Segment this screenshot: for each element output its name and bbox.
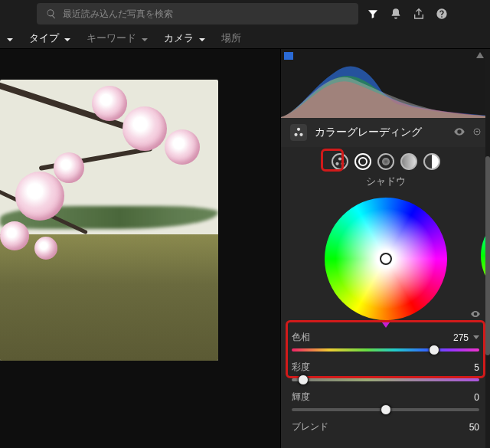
slider-lum-value[interactable]: 0 <box>474 392 479 403</box>
sliders-group: 色相 275 彩度 5 輝度 0 <box>281 322 490 443</box>
visibility-eye-icon[interactable] <box>453 126 466 140</box>
slider-hue-track[interactable] <box>292 348 479 352</box>
chevron-down-icon <box>64 34 71 42</box>
tab-camera-label: カメラ <box>164 31 194 45</box>
slider-blend-label: ブレンド <box>292 420 328 433</box>
svg-point-0 <box>297 128 300 131</box>
main-split: カラーグレーディング シャドウ 色相 <box>0 49 490 448</box>
histogram[interactable] <box>281 49 490 118</box>
slider-sat-label: 彩度 <box>292 361 310 374</box>
search-input[interactable]: 最近読み込んだ写真を検索 <box>37 3 358 25</box>
slider-saturation: 彩度 5 <box>292 356 479 386</box>
svg-point-2 <box>299 133 302 136</box>
mode-shadows[interactable] <box>354 153 371 170</box>
chevron-down-icon <box>6 34 14 42</box>
svg-point-1 <box>294 133 297 136</box>
tab-place-label: 場所 <box>221 31 241 45</box>
slider-sat-track[interactable] <box>292 378 479 381</box>
tab-place[interactable]: 場所 <box>221 31 241 45</box>
slider-blend: ブレンド 50 <box>292 416 479 443</box>
right-panel: カラーグレーディング シャドウ 色相 <box>280 49 490 448</box>
color-wheel-row <box>281 195 490 322</box>
filter-tabs: タイプ キーワード カメラ 場所 <box>0 28 490 49</box>
mode-global[interactable] <box>423 153 440 170</box>
slider-luminance: 輝度 0 <box>292 386 479 416</box>
slider-hue-label: 色相 <box>292 331 310 344</box>
slider-blend-value[interactable]: 50 <box>469 422 479 433</box>
chevron-down-icon <box>198 34 206 42</box>
search-placeholder: 最近読み込んだ写真を検索 <box>63 8 173 21</box>
tab-type[interactable]: タイプ <box>29 31 71 45</box>
section-head-color-grading[interactable]: カラーグレーディング <box>281 118 490 147</box>
slider-hue-thumb[interactable] <box>429 345 439 355</box>
tab-camera[interactable]: カメラ <box>164 31 206 45</box>
panel-scrollbar[interactable] <box>485 49 490 448</box>
color-grading-icon <box>290 124 307 141</box>
help-icon[interactable] <box>435 7 449 21</box>
slider-hue: 色相 275 <box>292 326 479 356</box>
canvas-area <box>0 49 280 448</box>
slider-sat-thumb[interactable] <box>298 374 309 385</box>
tab-type-label: タイプ <box>29 31 59 45</box>
mode-label: シャドウ <box>281 173 490 195</box>
slider-lum-thumb[interactable] <box>381 404 391 415</box>
highlight-box-mode <box>321 149 344 172</box>
slider-lum-label: 輝度 <box>292 391 310 404</box>
color-wheel-handle[interactable] <box>380 253 392 265</box>
panel-scroll-thumb[interactable] <box>485 156 490 355</box>
tab-keyword-label: キーワード <box>87 31 136 45</box>
grading-mode-row <box>281 147 490 173</box>
slider-lum-track[interactable] <box>292 408 479 411</box>
panel-menu-icon[interactable] <box>473 127 481 138</box>
slider-hue-value[interactable]: 275 <box>453 332 469 343</box>
mode-midtones[interactable] <box>377 153 394 170</box>
chevron-down-icon <box>141 34 149 42</box>
tab-rating[interactable] <box>6 34 14 42</box>
chevron-down-icon[interactable] <box>473 335 479 339</box>
bell-icon[interactable] <box>389 7 403 21</box>
preview-photo[interactable] <box>0 80 218 361</box>
filter-icon[interactable] <box>366 7 380 21</box>
panel-title: カラーグレーディング <box>315 126 446 139</box>
color-wheel[interactable] <box>325 198 447 320</box>
top-bar: 最近読み込んだ写真を検索 <box>0 0 490 28</box>
share-icon[interactable] <box>412 7 426 21</box>
tab-keyword[interactable]: キーワード <box>87 31 149 45</box>
slider-sat-value[interactable]: 5 <box>474 362 479 373</box>
mode-highlights[interactable] <box>400 153 417 170</box>
search-icon <box>46 8 57 19</box>
toolbar-icons <box>366 7 449 21</box>
